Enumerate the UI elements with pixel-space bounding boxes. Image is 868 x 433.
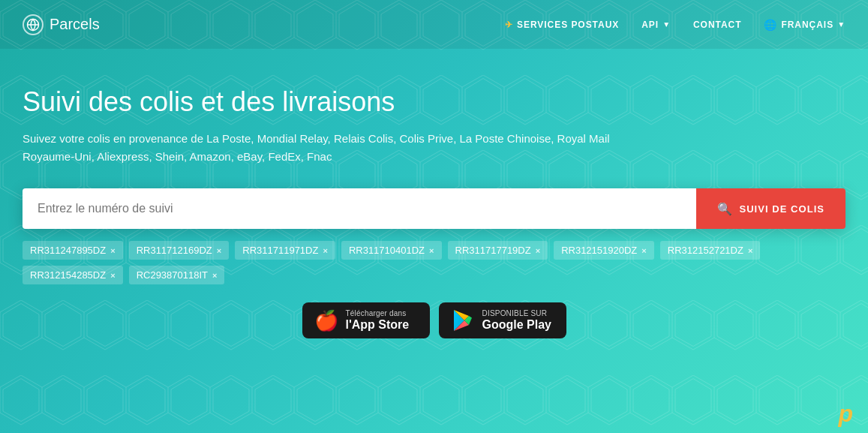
hero-subtitle: Suivez votre colis en provenance de La P… bbox=[23, 130, 623, 166]
nav-contact[interactable]: CONTACT bbox=[693, 20, 742, 30]
tag-item[interactable]: RR312151920DZ× bbox=[554, 241, 654, 260]
api-dropdown-icon: ▼ bbox=[662, 20, 671, 29]
main-content: Suivi des colis et des livraisons Suivez… bbox=[0, 49, 868, 361]
google-btn-sub: DISPONIBLE SUR bbox=[482, 309, 551, 317]
tag-item[interactable]: RR311712169DZ× bbox=[129, 241, 230, 260]
tag-label: RR312154285DZ bbox=[30, 269, 106, 281]
search-bar: 🔍 SUIVI DE COLIS bbox=[23, 188, 845, 229]
tag-label: RC293870118IT bbox=[137, 269, 208, 281]
tag-item[interactable]: RC293870118IT× bbox=[129, 266, 225, 284]
navbar: Parcels ✈ SERVICES POSTAUX API ▼ CONTACT… bbox=[0, 0, 868, 49]
nav-language[interactable]: 🌐 FRANÇAIS ▼ bbox=[764, 19, 845, 31]
apple-btn-main: l'App Store bbox=[346, 317, 410, 332]
tag-label: RR312151920DZ bbox=[561, 245, 637, 256]
language-dropdown-icon: ▼ bbox=[837, 20, 845, 29]
navbar-links: ✈ SERVICES POSTAUX API ▼ CONTACT 🌐 FRANÇ… bbox=[505, 19, 845, 31]
google-btn-main: Google Play bbox=[482, 317, 551, 332]
search-button[interactable]: 🔍 SUIVI DE COLIS bbox=[696, 188, 845, 229]
tag-item[interactable]: RR311717719DZ× bbox=[448, 241, 548, 260]
tag-item[interactable]: RR311247895DZ× bbox=[23, 241, 123, 260]
play-store-icon bbox=[451, 308, 475, 332]
tag-close-button[interactable]: × bbox=[429, 246, 434, 255]
tag-item[interactable]: RR311711971DZ× bbox=[235, 241, 335, 260]
tag-label: RR311712169DZ bbox=[137, 245, 212, 256]
tag-close-button[interactable]: × bbox=[217, 246, 221, 255]
google-play-button[interactable]: DISPONIBLE SUR Google Play bbox=[439, 302, 566, 338]
apple-btn-sub: Télécharger dans bbox=[346, 309, 410, 317]
tags-container: RR311247895DZ×RR311712169DZ×RR311711971D… bbox=[23, 241, 845, 284]
brand-icon bbox=[23, 14, 44, 35]
apple-icon: 🍎 bbox=[314, 309, 338, 332]
apple-btn-text: Télécharger dans l'App Store bbox=[346, 309, 410, 332]
nav-api[interactable]: API ▼ bbox=[641, 20, 671, 30]
tag-close-button[interactable]: × bbox=[641, 246, 646, 255]
tag-close-button[interactable]: × bbox=[323, 246, 327, 255]
tag-item[interactable]: RR312152721DZ× bbox=[660, 241, 761, 260]
search-input[interactable] bbox=[23, 188, 696, 229]
tag-label: RR312152721DZ bbox=[668, 245, 743, 256]
binoculars-icon: 🔍 bbox=[717, 202, 733, 216]
tag-close-button[interactable]: × bbox=[110, 271, 115, 280]
apple-app-store-button[interactable]: 🍎 Télécharger dans l'App Store bbox=[302, 302, 430, 338]
tag-label: RR311717719DZ bbox=[455, 245, 531, 256]
tag-item[interactable]: RR312154285DZ× bbox=[23, 266, 123, 284]
tag-close-button[interactable]: × bbox=[110, 246, 115, 255]
google-btn-text: DISPONIBLE SUR Google Play bbox=[482, 309, 551, 332]
brand-name: Parcels bbox=[50, 16, 100, 33]
globe-icon: 🌐 bbox=[764, 19, 777, 31]
plane-icon: ✈ bbox=[505, 20, 513, 30]
app-buttons: 🍎 Télécharger dans l'App Store bbox=[23, 302, 845, 338]
tag-close-button[interactable]: × bbox=[748, 246, 752, 255]
tag-close-button[interactable]: × bbox=[536, 246, 540, 255]
tag-label: RR311247895DZ bbox=[30, 245, 106, 256]
tag-close-button[interactable]: × bbox=[212, 271, 217, 280]
tag-item[interactable]: RR311710401DZ× bbox=[341, 241, 442, 260]
tag-label: RR311710401DZ bbox=[349, 245, 425, 256]
tag-label: RR311711971DZ bbox=[242, 245, 318, 256]
nav-services[interactable]: ✈ SERVICES POSTAUX bbox=[505, 20, 619, 30]
hero-title: Suivi des colis et des livraisons bbox=[23, 86, 845, 118]
bottom-p-logo: p bbox=[838, 401, 853, 425]
brand-logo[interactable]: Parcels bbox=[23, 14, 100, 35]
